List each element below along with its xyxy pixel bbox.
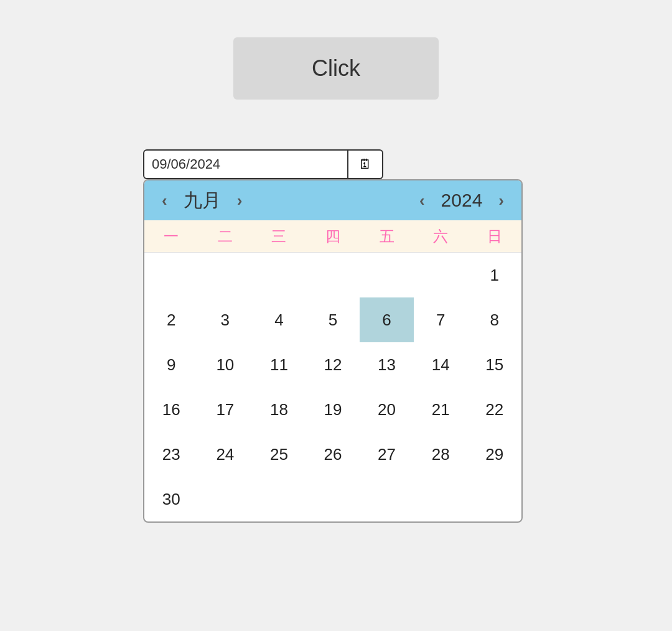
day-cell[interactable]: 26 xyxy=(306,432,360,477)
day-cell[interactable]: 1 xyxy=(467,253,521,297)
empty-day-cell xyxy=(252,253,306,297)
calendar-grid: 一二三四五六日123456789101112131415161718192021… xyxy=(144,220,521,521)
day-cell[interactable]: 7 xyxy=(414,297,468,342)
day-cell[interactable]: 27 xyxy=(360,432,414,477)
day-cell[interactable]: 5 xyxy=(306,297,360,342)
day-header: 二 xyxy=(198,220,253,253)
day-cell[interactable]: 12 xyxy=(306,342,360,387)
calendar-icon: 🗓 xyxy=(358,156,372,172)
day-cell[interactable]: 17 xyxy=(198,387,253,432)
day-cell[interactable]: 21 xyxy=(414,387,468,432)
empty-day-cell xyxy=(306,477,360,521)
prev-month-button[interactable]: ‹ xyxy=(157,190,172,212)
day-header: 六 xyxy=(414,220,468,253)
empty-day-cell xyxy=(467,477,521,521)
empty-day-cell xyxy=(144,253,198,297)
day-cell[interactable]: 20 xyxy=(360,387,414,432)
calendar-popup: ‹ 九月 › ‹ 2024 › 一二三四五六日12345678910111213… xyxy=(143,179,523,523)
day-header: 四 xyxy=(306,220,360,253)
prev-year-button[interactable]: ‹ xyxy=(414,190,430,212)
day-header: 日 xyxy=(467,220,521,253)
day-cell[interactable]: 14 xyxy=(414,342,468,387)
empty-day-cell xyxy=(306,253,360,297)
empty-day-cell xyxy=(414,477,468,521)
empty-day-cell xyxy=(414,253,468,297)
day-cell[interactable]: 11 xyxy=(252,342,306,387)
datepicker-container: 🗓 ‹ 九月 › ‹ 2024 › 一二三四五六日123456789101112… xyxy=(143,149,529,523)
calendar-icon-button[interactable]: 🗓 xyxy=(348,149,383,179)
day-cell[interactable]: 23 xyxy=(144,432,198,477)
date-input-row: 🗓 xyxy=(143,149,529,179)
next-month-button[interactable]: › xyxy=(232,190,248,212)
day-header: 三 xyxy=(252,220,306,253)
day-cell[interactable]: 2 xyxy=(144,297,198,342)
click-button[interactable]: Click xyxy=(233,37,439,100)
day-cell[interactable]: 16 xyxy=(144,387,198,432)
year-label: 2024 xyxy=(441,190,483,211)
empty-day-cell xyxy=(360,253,414,297)
day-cell[interactable]: 30 xyxy=(144,477,198,521)
calendar-header: ‹ 九月 › ‹ 2024 › xyxy=(144,180,521,220)
day-header: 五 xyxy=(360,220,414,253)
day-cell[interactable]: 6 xyxy=(360,297,414,342)
day-cell[interactable]: 13 xyxy=(360,342,414,387)
empty-day-cell xyxy=(252,477,306,521)
empty-day-cell xyxy=(360,477,414,521)
day-cell[interactable]: 15 xyxy=(467,342,521,387)
day-cell[interactable]: 8 xyxy=(467,297,521,342)
empty-day-cell xyxy=(198,253,253,297)
day-header: 一 xyxy=(144,220,198,253)
day-cell[interactable]: 29 xyxy=(467,432,521,477)
day-cell[interactable]: 9 xyxy=(144,342,198,387)
day-cell[interactable]: 25 xyxy=(252,432,306,477)
day-cell[interactable]: 28 xyxy=(414,432,468,477)
month-label: 九月 xyxy=(184,188,221,213)
year-nav-section: ‹ 2024 › xyxy=(414,190,509,212)
day-cell[interactable]: 3 xyxy=(198,297,253,342)
day-cell[interactable]: 10 xyxy=(198,342,253,387)
day-cell[interactable]: 18 xyxy=(252,387,306,432)
next-year-button[interactable]: › xyxy=(493,190,509,212)
date-input[interactable] xyxy=(143,149,348,179)
month-nav-section: ‹ 九月 › xyxy=(157,188,247,213)
day-cell[interactable]: 19 xyxy=(306,387,360,432)
day-cell[interactable]: 4 xyxy=(252,297,306,342)
day-cell[interactable]: 24 xyxy=(198,432,253,477)
day-cell[interactable]: 22 xyxy=(467,387,521,432)
empty-day-cell xyxy=(198,477,253,521)
